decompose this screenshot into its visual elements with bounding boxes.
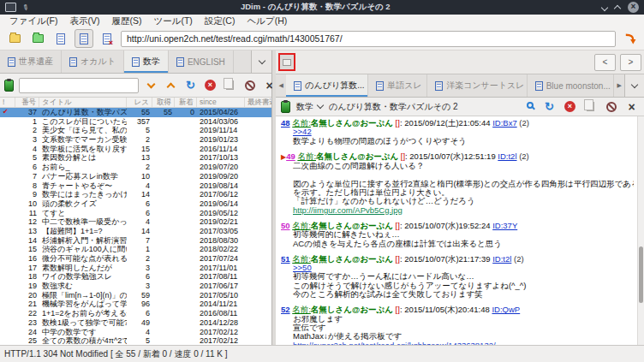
- tab[interactable]: 世界遺産: [0, 50, 62, 73]
- tab[interactable]: 単語スレ: [368, 74, 427, 97]
- poster-name[interactable]: 名無しさん@おーぷん: [311, 254, 393, 264]
- thread-tab-list-button[interactable]: [624, 74, 644, 97]
- column-header[interactable]: タイトル: [39, 98, 127, 107]
- table-row[interactable]: 221+1=2をお前らが考える最も62016/08/11: [0, 309, 271, 318]
- table-row[interactable]: 9数学にはまったきっかけを教142017/06/12: [0, 190, 271, 199]
- table-row[interactable]: 24中学の数学です42017/02/12: [0, 328, 271, 337]
- table-row[interactable]: 25全ての素数の積が4π^2で52017/02/12: [0, 336, 271, 345]
- table-row[interactable]: 7バナー応募スレin数学102019/09/20: [0, 172, 271, 181]
- table-row[interactable]: 8青チャートやるぞ〜42019/08/14: [0, 181, 271, 191]
- table-row[interactable]: 15渋谷のギャル100人に聞いた12018/02/22: [0, 245, 271, 254]
- table-row[interactable]: 5素因数分解とは132017/10/13: [0, 153, 271, 163]
- tab[interactable]: ENGLISH: [169, 50, 234, 73]
- thread-search-button[interactable]: [522, 99, 536, 114]
- post-number-link[interactable]: 52: [281, 305, 290, 314]
- go-button[interactable]: [620, 29, 639, 48]
- table-row[interactable]: 11てすと62019/05/12: [0, 209, 271, 218]
- thread-view-button[interactable]: [75, 29, 93, 48]
- open-boardlist-button[interactable]: [5, 29, 24, 48]
- history-forward-button[interactable]: >: [620, 54, 641, 71]
- anchor-link[interactable]: >>50: [293, 264, 312, 272]
- menu-item[interactable]: ファイル(F): [3, 15, 63, 27]
- table-row[interactable]: 12中二で数検準一級受かった42019/02/21: [0, 217, 271, 227]
- column-header[interactable]: !: [0, 98, 15, 107]
- tab[interactable]: 数学: [124, 50, 169, 73]
- scrollbar-thumb[interactable]: [639, 246, 643, 303]
- column-header[interactable]: 新着: [175, 98, 197, 107]
- menu-item[interactable]: 設定(C): [199, 15, 242, 27]
- poster-name[interactable]: 名無しさん@おーぷん: [316, 151, 398, 161]
- anchor-link[interactable]: >>42: [293, 128, 312, 136]
- thread-reload-button[interactable]: [542, 99, 557, 114]
- url-input[interactable]: [121, 31, 616, 47]
- post-number-link[interactable]: 49: [286, 151, 295, 161]
- menu-item[interactable]: ヘルプ(H): [241, 15, 293, 27]
- url-link[interactable]: http://super2ch.net/test/read.cgi/kqbbzo…: [293, 341, 496, 345]
- search-next-button[interactable]: [144, 78, 158, 92]
- table-row[interactable]: 14杉浦解析入門・解析演習を72018/08/30: [0, 236, 271, 246]
- post-number-link[interactable]: 51: [281, 254, 290, 264]
- pane-toggle-button[interactable]: [278, 53, 295, 71]
- minimize-icon[interactable]: [601, 3, 608, 10]
- table-row[interactable]: 10頭の柔軟クイズ62019/06/14: [0, 199, 271, 209]
- close-icon[interactable]: ×: [628, 2, 639, 13]
- column-header[interactable]: レス: [127, 98, 152, 107]
- post-id-link[interactable]: ID:t2l: [492, 254, 511, 264]
- table-row[interactable]: 3文系数学でマーカン受験22019/01/23: [0, 135, 271, 145]
- board-tab-list-button[interactable]: [251, 50, 271, 73]
- post-number-link[interactable]: 50: [281, 221, 290, 230]
- poster-name[interactable]: 名無しさん@おーぷん: [311, 221, 393, 230]
- post-id-link[interactable]: ID:Bx7: [492, 118, 517, 128]
- menu-item[interactable]: 表示(V): [63, 15, 105, 27]
- tab-scroll-right-button[interactable]: ▶: [614, 74, 624, 97]
- tab[interactable]: 洋楽コンサートスレ: [427, 74, 528, 97]
- table-row[interactable]: 20極限「lim[n→1-0](n)」の結592017/05/10: [0, 291, 271, 300]
- close-view-button[interactable]: [98, 29, 116, 48]
- tab[interactable]: Blue moonston...: [528, 74, 614, 97]
- menu-item[interactable]: ツール(T): [147, 15, 198, 27]
- table-row[interactable]: 6お前ら_22019/07/20: [0, 163, 271, 172]
- stop-button[interactable]: [203, 78, 218, 92]
- post-id-link[interactable]: ID:QwP: [492, 305, 520, 314]
- column-header[interactable]: 最終書込: [245, 98, 271, 107]
- post-id-link[interactable]: ID:37Y: [492, 221, 517, 230]
- reload-button[interactable]: [183, 78, 198, 92]
- table-row[interactable]: 4数学板に活気を取り戻すぞ152016/11/14: [0, 145, 271, 154]
- board-view-button[interactable]: [51, 29, 70, 48]
- scrollbar[interactable]: [637, 116, 644, 345]
- tab[interactable]: オカルト: [62, 50, 124, 73]
- image-link[interactable]: http://iimgur.com/APvb5Cg.jpg: [293, 206, 402, 215]
- table-row[interactable]: 2美少女「ほら見て、私のおま52019/11/14: [0, 126, 271, 135]
- poster-name[interactable]: 名無しさん@おーぷん: [311, 305, 393, 314]
- thread-abone-button[interactable]: [604, 99, 618, 114]
- thread-close-button[interactable]: [624, 99, 639, 114]
- search-prev-button[interactable]: [164, 78, 178, 92]
- maximize-icon[interactable]: [614, 5, 621, 12]
- table-row[interactable]: ✔37のんびり算数・数学パズルその2555502015/04/26: [0, 108, 271, 117]
- column-header[interactable]: 番号: [15, 98, 39, 107]
- thread-stop-button[interactable]: [563, 99, 577, 114]
- board-select[interactable]: 数学: [296, 101, 323, 113]
- column-header[interactable]: 取得: [152, 98, 175, 107]
- table-row[interactable]: 17素数解明したんだが32017/11/01: [0, 264, 271, 273]
- post-number-link[interactable]: 48: [281, 118, 290, 128]
- table-row[interactable]: 21機械学習をがんばって学ぶ962014/11/21: [0, 300, 271, 309]
- abone-button[interactable]: [242, 78, 257, 92]
- tab-scroll-left-button[interactable]: ◀: [276, 74, 286, 97]
- table-row[interactable]: 19数強求む32017/06/17: [0, 282, 271, 291]
- table-row[interactable]: 16微分不可能な点が表れる最22017/07/24: [0, 254, 271, 264]
- copy-button[interactable]: [223, 78, 237, 92]
- open-favorites-button[interactable]: [28, 29, 47, 48]
- poster-name[interactable]: 名無しさん@おーぷん: [311, 118, 393, 128]
- tab[interactable]: のんびり算数...: [286, 74, 368, 97]
- menu-item[interactable]: 履歴(S): [105, 15, 147, 27]
- table-row[interactable]: 18ワイの数学勉強スレ62017/08/11: [0, 272, 271, 282]
- column-header[interactable]: since: [197, 98, 245, 107]
- history-back-button[interactable]: <: [594, 54, 616, 71]
- post-id-link[interactable]: ID:t2l: [498, 151, 516, 161]
- table-row[interactable]: 13【超難問】1+1=?142017/03/05: [0, 227, 271, 236]
- thread-copy-button[interactable]: [583, 99, 598, 114]
- board-search-input[interactable]: [19, 78, 139, 93]
- table-row[interactable]: 1このスレが目についたら何か3572014/03/06: [0, 117, 271, 127]
- table-row[interactable]: 23数検1級って独学で可能?492014/12/28: [0, 318, 271, 328]
